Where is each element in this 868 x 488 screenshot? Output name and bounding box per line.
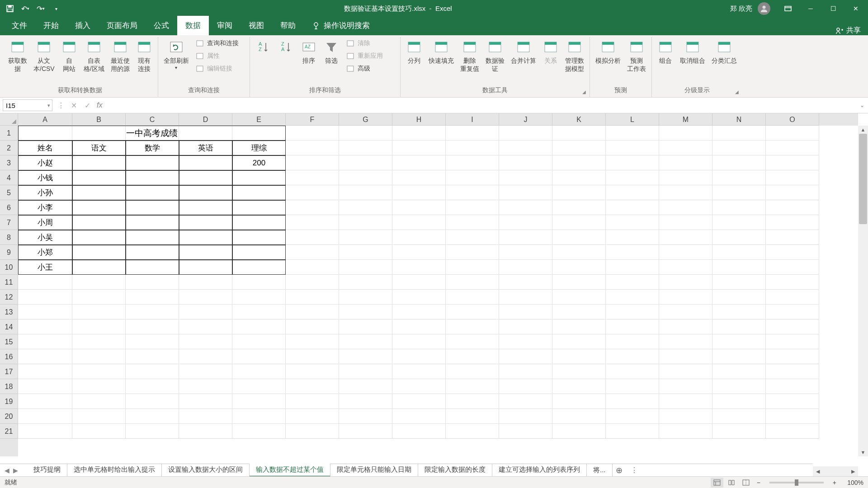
cell[interactable] (499, 245, 552, 260)
cell[interactable] (499, 126, 552, 141)
cell[interactable] (552, 155, 606, 170)
cell[interactable] (232, 379, 286, 394)
cell[interactable] (766, 409, 819, 424)
cell[interactable] (179, 364, 232, 379)
cell[interactable] (179, 260, 232, 275)
cell[interactable] (18, 349, 72, 364)
ribbon-tab-插入[interactable]: 插入 (67, 16, 99, 35)
column-header[interactable]: F (286, 113, 339, 126)
cell[interactable] (179, 170, 232, 185)
cell[interactable] (446, 334, 499, 349)
zoom-in-button[interactable]: + (830, 479, 839, 486)
cell[interactable] (72, 260, 126, 275)
row-header[interactable]: 16 (0, 349, 18, 364)
row-header[interactable]: 19 (0, 394, 18, 409)
cell[interactable] (659, 275, 712, 290)
cell[interactable] (552, 185, 606, 200)
cell[interactable] (766, 260, 819, 275)
cell[interactable] (552, 126, 606, 141)
ribbon-tab-帮助[interactable]: 帮助 (272, 16, 304, 35)
dropdown-icon[interactable]: ▾ (47, 103, 50, 108)
column-headers[interactable]: ABCDEFGHIJKLMNO (18, 113, 858, 126)
cell[interactable] (392, 126, 446, 141)
column-header[interactable]: I (446, 113, 499, 126)
user-avatar[interactable] (758, 2, 770, 15)
sheet-tab[interactable]: 限定输入数据的长度 (418, 464, 492, 477)
cell[interactable] (766, 379, 819, 394)
cell[interactable] (712, 394, 766, 409)
cell[interactable] (499, 230, 552, 245)
save-button[interactable] (3, 1, 17, 16)
cell[interactable] (552, 245, 606, 260)
sort-button[interactable]: AZ排序 (298, 37, 320, 67)
cell[interactable] (232, 319, 286, 334)
cell[interactable] (232, 349, 286, 364)
sheet-tab[interactable]: 设置输入数据大小的区间 (162, 464, 250, 477)
row-header[interactable]: 10 (0, 260, 18, 275)
cell[interactable] (339, 379, 392, 394)
cell[interactable] (18, 394, 72, 409)
cell[interactable] (392, 424, 446, 439)
cell[interactable] (606, 245, 659, 260)
sheet-tab[interactable]: 限定单元格只能输入日期 (330, 464, 418, 477)
cell[interactable] (499, 170, 552, 185)
cell[interactable] (18, 275, 72, 290)
column-header[interactable]: K (552, 113, 606, 126)
cell[interactable] (659, 319, 712, 334)
cell[interactable] (126, 260, 179, 275)
column-header[interactable]: L (606, 113, 659, 126)
cell[interactable] (339, 349, 392, 364)
cell[interactable] (606, 141, 659, 155)
cell[interactable] (606, 275, 659, 290)
cell[interactable] (72, 319, 126, 334)
cell[interactable] (766, 275, 819, 290)
cell[interactable] (286, 305, 339, 319)
cell[interactable] (286, 230, 339, 245)
cell[interactable]: 一中高考成绩 (18, 126, 286, 141)
cell[interactable] (446, 215, 499, 230)
outline-btn-0[interactable]: 组合 (655, 37, 676, 67)
dialog-launcher-icon[interactable]: ◢ (582, 89, 586, 94)
cell[interactable] (392, 319, 446, 334)
cell[interactable] (552, 290, 606, 305)
redo-button[interactable]: ↷ ▾ (33, 1, 48, 16)
zoom-level[interactable]: 100% (841, 479, 863, 486)
row-header[interactable]: 2 (0, 141, 18, 155)
cell[interactable] (446, 394, 499, 409)
ribbon-tab-视图[interactable]: 视图 (241, 16, 272, 35)
cell[interactable] (126, 305, 179, 319)
cell[interactable] (552, 215, 606, 230)
cell[interactable] (552, 260, 606, 275)
row-header[interactable]: 12 (0, 290, 18, 305)
cell[interactable] (339, 394, 392, 409)
cell[interactable] (606, 260, 659, 275)
cell[interactable] (446, 349, 499, 364)
cell[interactable] (606, 200, 659, 215)
cell[interactable] (606, 290, 659, 305)
outline-btn-1[interactable]: 取消组合 (677, 37, 708, 67)
cell[interactable] (446, 245, 499, 260)
cell[interactable] (72, 379, 126, 394)
cell[interactable] (499, 290, 552, 305)
cell[interactable] (18, 290, 72, 305)
cell[interactable] (499, 424, 552, 439)
cell[interactable] (552, 200, 606, 215)
cell[interactable] (499, 305, 552, 319)
cell[interactable] (552, 141, 606, 155)
cell[interactable] (659, 409, 712, 424)
undo-button[interactable]: ↶ ▾ (18, 1, 33, 16)
cell[interactable] (126, 185, 179, 200)
forecast-btn-0[interactable]: 模拟分析 (593, 37, 623, 67)
cell[interactable] (499, 141, 552, 155)
cell[interactable] (392, 334, 446, 349)
cell[interactable] (499, 215, 552, 230)
ribbon-display-button[interactable] (778, 0, 798, 17)
cell[interactable] (766, 230, 819, 245)
normal-view-button[interactable] (711, 478, 723, 488)
cell[interactable] (286, 319, 339, 334)
cell[interactable] (232, 394, 286, 409)
cell[interactable] (179, 245, 232, 260)
cell[interactable] (392, 379, 446, 394)
cell[interactable] (766, 424, 819, 439)
cell[interactable] (712, 185, 766, 200)
